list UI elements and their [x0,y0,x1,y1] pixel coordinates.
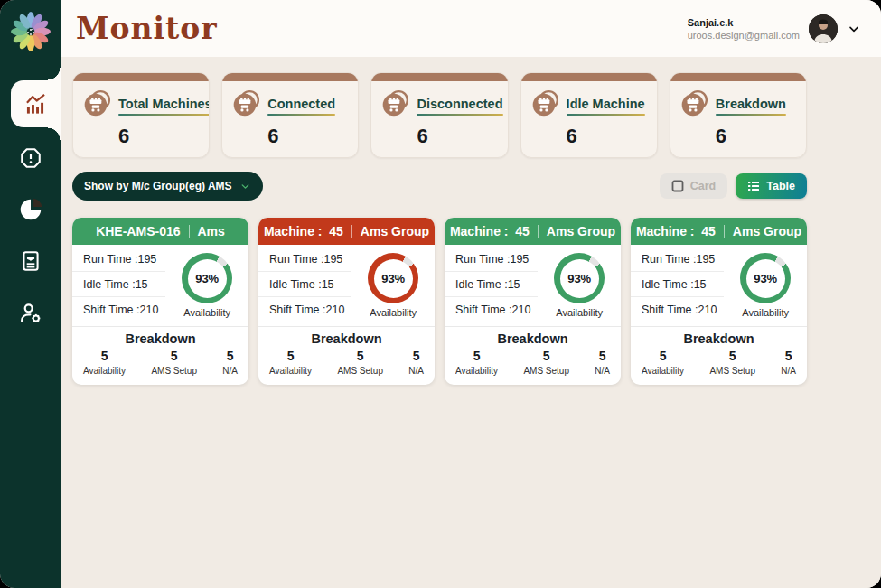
sidebar-nav [0,80,61,338]
table-view-label: Table [766,180,795,192]
content: Total Machines 6 [61,57,881,588]
machine-times: Run Time :195 Idle Time :15 Shift Time :… [445,247,538,322]
availability-label: Availability [556,307,603,318]
idle-time: Idle Time :15 [72,272,165,297]
page-title: Monitor [76,11,218,46]
breakdown-value: 5 [151,349,197,363]
machine-card-header: Machine : 45 Ams Group [631,218,807,245]
breakdown-section: Breakdown 5 Availability 5 AMS Setup [258,326,435,385]
stat-card-topbar [670,73,806,81]
machine-group: Ams Group [547,224,615,238]
stat-card-body: Connected 6 [222,81,358,157]
machine-card-header: KHE-AMS-016 Ams [72,218,248,245]
run-time: Run Time :195 [445,247,538,272]
run-time: Run Time :195 [72,247,165,272]
analytics-chart-icon [23,92,48,117]
app-logo[interactable] [9,10,52,53]
availability-gauge: 93% Availability [165,247,248,322]
machine-title: Machine : 45 [450,224,530,238]
availability-label: Availability [742,307,789,318]
card-view-button[interactable]: Card [660,173,727,199]
stat-card-topbar [521,73,657,81]
breakdown-item: 5 N/A [595,349,610,376]
group-filter-dropdown[interactable]: Show by M/c Group(eg) AMS [72,172,263,201]
stat-value: 6 [716,125,797,148]
stat-underline [417,114,502,116]
breakdown-label: N/A [408,366,424,376]
sidebar-item-reports[interactable] [0,183,61,235]
machine-card[interactable]: Machine : 45 Ams Group Run Time :195 Idl… [445,218,621,385]
availability-ring: 93% [368,253,418,303]
stat-value: 6 [267,125,349,148]
machine-times: Run Time :195 Idle Time :15 Shift Time :… [631,247,724,322]
breakdown-value: 5 [408,349,424,363]
table-view-button[interactable]: Table [736,173,807,199]
machine-card-body: Run Time :195 Idle Time :15 Shift Time :… [258,245,435,322]
sidebar-item-records[interactable] [0,235,61,286]
stat-card-body: Total Machines 6 [73,81,209,157]
breakdown-item: 5 Availability [269,349,312,376]
breakdown-label: Availability [455,366,498,376]
availability-label: Availability [370,307,417,318]
chevron-down-icon[interactable] [847,22,861,36]
availability-gauge: 93% Availability [724,247,807,322]
avatar-photo [809,14,838,43]
shift-time: Shift Time :210 [631,297,724,322]
chevron-down-icon [239,181,251,192]
machine-card[interactable]: Machine : 45 Ams Group Run Time :195 Idl… [631,218,807,385]
user-name: Sanjai.e.k [688,17,800,28]
header-divider [189,225,190,238]
stat-card-connected: Connected 6 [221,72,359,158]
breakdown-item: 5 Availability [83,349,126,376]
stat-label: Total Machines [118,97,210,111]
machine-icon [82,89,111,122]
view-toggle-group: Card Table [660,173,807,199]
availability-value: 93% [567,272,591,285]
machine-icon [231,89,260,122]
breakdown-title: Breakdown [640,331,798,346]
stat-value: 6 [417,125,498,148]
idle-time: Idle Time :15 [445,272,538,297]
sidebar [0,0,61,588]
breakdown-title: Breakdown [267,331,426,346]
stat-card-topbar [73,73,209,81]
availability-ring: 93% [554,253,605,303]
flower-logo-icon [9,10,52,53]
breakdown-label: Availability [83,366,126,376]
availability-value: 93% [754,272,777,285]
sidebar-item-user-management[interactable] [0,286,61,338]
breakdown-item: 5 N/A [222,349,238,376]
sidebar-item-monitor[interactable] [11,80,61,127]
machine-cards-grid: KHE-AMS-016 Ams Run Time :195 Idle Time … [72,218,807,385]
user-info: Sanjai.e.k uroos.design@gmail.com [688,17,800,41]
avatar[interactable] [809,14,838,43]
machine-title: KHE-AMS-016 [96,224,180,238]
user-menu[interactable]: Sanjai.e.k uroos.design@gmail.com [688,14,861,43]
stat-value: 6 [118,125,200,148]
breakdown-label: N/A [595,366,610,376]
breakdown-section: Breakdown 5 Availability 5 AMS Setup [631,326,807,385]
machine-card[interactable]: KHE-AMS-016 Ams Run Time :195 Idle Time … [72,218,248,385]
machine-group: Ams Group [733,224,801,238]
list-icon [747,180,760,192]
shift-time: Shift Time :210 [258,297,351,322]
shift-time: Shift Time :210 [72,297,165,322]
availability-gauge: 93% Availability [351,247,435,322]
breakdown-title: Breakdown [81,331,239,346]
availability-ring: 93% [740,253,791,303]
machine-icon [380,89,409,122]
stat-card-topbar [371,73,507,81]
breakdown-title: Breakdown [454,331,612,346]
stat-label: Disconnected [417,97,502,111]
breakdown-section: Breakdown 5 Availability 5 AMS Setup [445,326,621,385]
machine-icon [530,89,559,122]
machine-card-body: Run Time :195 Idle Time :15 Shift Time :… [445,245,621,322]
stat-value: 6 [567,125,648,148]
header-divider [351,225,352,238]
stat-label: Connected [267,97,335,111]
header: Monitor Sanjai.e.k uroos.design@gmail.co… [61,0,881,57]
machine-card[interactable]: Machine : 45 Ams Group Run Time :195 Idl… [258,218,435,385]
breakdown-label: N/A [222,366,238,376]
machine-title: Machine : 45 [264,224,343,238]
idle-time: Idle Time :15 [258,272,351,297]
